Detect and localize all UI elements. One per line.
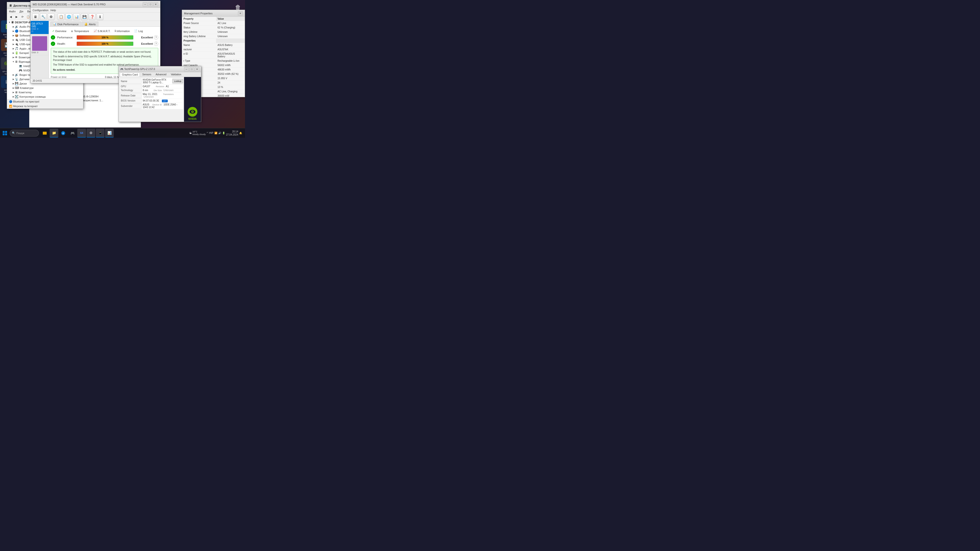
- gpu-value: GA107: [143, 85, 150, 88]
- network-section[interactable]: 📶 Мережа та Інтернет: [7, 104, 83, 109]
- hds-toolbar-btn4[interactable]: 📋: [57, 13, 64, 20]
- taskbar-app-mobile[interactable]: 📱: [96, 129, 105, 138]
- hds-maximize[interactable]: □: [148, 2, 153, 6]
- disks-icon: 💾: [15, 82, 19, 85]
- properties-button[interactable]: 📋: [25, 14, 31, 20]
- hds-toolbar-btn9[interactable]: ℹ: [97, 13, 103, 20]
- gpuz-icon: 🎮: [120, 68, 123, 70]
- systray-kb-layout[interactable]: УКР: [209, 132, 213, 134]
- expand-icon: ▶: [12, 78, 15, 80]
- disk1-letter: C:: [32, 30, 48, 33]
- tree-storage-ctrl[interactable]: ▶ 💽 Контролери сховища: [7, 95, 83, 99]
- current-cap-value: 30202 mWh (62 %): [216, 72, 245, 76]
- hds-menubar: Configuration Help: [30, 8, 160, 13]
- expand-icon: ▶: [12, 74, 15, 76]
- clock-date: 27.04.2024: [226, 133, 238, 136]
- forward-button[interactable]: ▶: [14, 14, 19, 20]
- mfr-label: racturer: [182, 48, 216, 51]
- hds-menu-help[interactable]: Help: [49, 8, 57, 12]
- remaining-value: Unknown: [216, 34, 245, 38]
- props-label: Properties: [182, 39, 216, 43]
- edge-icon: e: [61, 131, 65, 135]
- refresh-button[interactable]: ⟳: [20, 14, 25, 20]
- taskbar-app-files[interactable]: 📁: [49, 129, 58, 138]
- subvendor-value: ASUS Device ID 10DE 25A0 - 1043 1C42: [142, 103, 183, 109]
- revision-value: A1: [166, 85, 169, 88]
- taskbar-app-edge[interactable]: e: [59, 129, 68, 138]
- expand-icon: ▶: [12, 25, 15, 28]
- hds-toolbar-btn7[interactable]: 💾: [81, 13, 88, 20]
- hds-toolbar-btn8[interactable]: ❓: [89, 13, 95, 20]
- gpuz-tab-graphics[interactable]: Graphics Card: [120, 73, 140, 76]
- hds-toolbar: 🖥 🔧 ⚙ 📋 🌐 📊 💾 ❓ ℹ: [30, 13, 160, 21]
- search-icon: 🔍: [12, 132, 15, 135]
- device-id-label: Device ID: [153, 103, 162, 106]
- nvidia-eye-icon: [188, 107, 197, 117]
- log-icon: 📄: [134, 29, 138, 33]
- subvendor: ASUS: [143, 103, 149, 106]
- gpuz-restore[interactable]: □: [189, 67, 194, 71]
- nav-temperature[interactable]: 🌡 Temperature: [69, 29, 91, 33]
- hds-toolbar-btn3[interactable]: ⚙: [48, 13, 54, 20]
- hds-disk2[interactable]: Disk: 0: [30, 34, 49, 56]
- taskbar-app-store[interactable]: 🎮: [68, 129, 77, 138]
- transistors-value: Unknown: [144, 95, 154, 98]
- hds-menu-config[interactable]: Configuration: [32, 8, 49, 12]
- hds-toolbar-btn2[interactable]: 🔧: [40, 13, 47, 20]
- hds-toolbar-btn6[interactable]: 📊: [73, 13, 80, 20]
- lookup-button[interactable]: Lookup: [172, 79, 183, 83]
- gpuz-titlebar[interactable]: 🎮 TechPowerUp GPU-Z 2.57.0 ─ □ ✕: [119, 66, 201, 72]
- nav-information[interactable]: ℹ Information: [113, 29, 131, 33]
- gpuz-minimize[interactable]: ─: [184, 67, 189, 71]
- gpuz-tab-advanced[interactable]: Advanced: [154, 73, 168, 76]
- taskbar-app-gpu[interactable]: 📊: [105, 129, 114, 138]
- systray-arrow[interactable]: ^: [207, 132, 208, 134]
- hds-toolbar-btn1[interactable]: 🖥: [32, 13, 39, 20]
- menu-file[interactable]: Файл: [8, 10, 16, 13]
- svg-point-2: [192, 111, 193, 112]
- tab-alerts[interactable]: 🔔 Alerts: [82, 22, 98, 27]
- notification-bell[interactable]: 🔔: [239, 132, 242, 134]
- health-help-icon[interactable]: ?: [154, 41, 158, 46]
- battery-table-header: Property Value: [182, 17, 245, 21]
- gpu-field-value: GA107 Revision A1: [142, 84, 183, 88]
- network-footer-label: 📶 Мережа та Інтернет: [9, 105, 38, 108]
- hds-title: WD 512GB [23063Q801538] — Hard Disk Sent…: [33, 3, 143, 6]
- nvidia-text: NVIDIA: [188, 118, 197, 120]
- hds-minimize[interactable]: ─: [143, 2, 148, 6]
- volume-icon[interactable]: 🔊: [218, 132, 221, 134]
- tab-disk-performance[interactable]: 📊 Disk Performance: [50, 22, 81, 27]
- tree-computer[interactable]: ▶ 🖥 Комп'ютер: [7, 90, 83, 95]
- menu-action[interactable]: Дія: [19, 10, 24, 13]
- nav-log[interactable]: 📄 Log: [133, 29, 144, 33]
- gpuz-content: Name NVIDIA GeForce RTX 3050 Ti Laptop G…: [119, 77, 201, 122]
- taskbar-app-settings[interactable]: ⚙: [86, 129, 95, 138]
- taskbar-app-64[interactable]: 64: [77, 129, 86, 138]
- hds-titlebar[interactable]: WD 512GB [23063Q801538] — Hard Disk Sent…: [30, 1, 160, 8]
- gpuz-tab-validation[interactable]: Validation: [169, 73, 183, 76]
- battery-close-btn[interactable]: ✕: [238, 11, 243, 16]
- perf-help-icon[interactable]: ?: [154, 35, 158, 40]
- hds-toolbar-btn5[interactable]: 🌐: [65, 13, 72, 20]
- network-icon: 📶: [215, 132, 217, 134]
- health-status-icon: ✓: [51, 41, 55, 46]
- tree-keyboards[interactable]: ▶ ⌨ Клавіатури: [7, 86, 83, 90]
- name-value: ASUS Battery: [216, 43, 245, 47]
- id-value: ASUSTeKASUS Battery: [216, 52, 245, 59]
- device-manager-icon: 🖥: [9, 4, 12, 7]
- taskbar-search[interactable]: 🔍 Пошук: [10, 130, 39, 137]
- start-button[interactable]: [1, 129, 9, 137]
- taskbar-app-explorer[interactable]: [40, 129, 49, 138]
- hds-close[interactable]: ✕: [153, 2, 158, 6]
- battery-lifetime-value: Unknown: [216, 30, 245, 34]
- back-button[interactable]: ◀: [8, 14, 13, 20]
- gpuz-close[interactable]: ✕: [195, 67, 200, 71]
- weather-widget[interactable]: 🌥 16°C Mostly cloudy: [189, 130, 206, 136]
- systray-clock[interactable]: 20:14 27.04.2024: [226, 130, 238, 136]
- design-cap-value: 56002 mWh: [216, 63, 245, 67]
- nav-overview[interactable]: ✓ Overview: [51, 29, 68, 33]
- bluetooth-section[interactable]: 🔵 Bluetooth та пристрої: [7, 99, 83, 104]
- nav-smart[interactable]: 📈 S.M.A.R.T.: [92, 29, 112, 33]
- gpuz-tab-sensors[interactable]: Sensors: [140, 73, 153, 76]
- hds-disk1[interactable]: GB (476,9 GB) Disk: 0 C:: [30, 21, 49, 34]
